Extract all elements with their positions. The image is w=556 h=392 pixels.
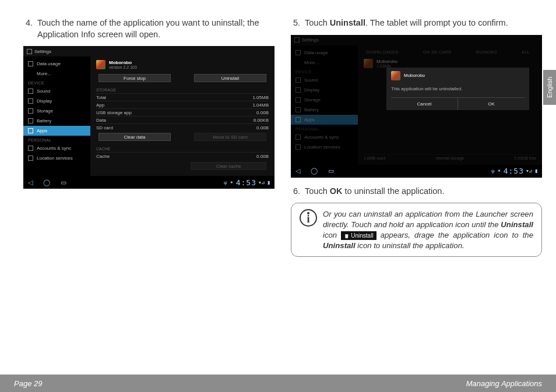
status-clock: 4:53 (504, 167, 524, 175)
app-icon (391, 71, 400, 80)
status-clock: 4:53 (236, 178, 256, 187)
sidebar-item-display[interactable]: Display (23, 96, 90, 106)
display-icon (28, 98, 33, 104)
usb-icon: ψ (224, 180, 227, 185)
clear-data-button[interactable]: Clear data (98, 133, 171, 141)
battery-icon (28, 118, 33, 123)
data-usage-icon (28, 61, 33, 66)
step-text: Touch Uninstall. The tablet will prompt … (305, 17, 542, 29)
battery-status-icon: ▮ (535, 168, 537, 174)
info-text: Or you can uninstall an application from… (323, 209, 533, 250)
recent-icon[interactable]: ▭ (61, 179, 66, 186)
info-icon: i (300, 209, 317, 227)
step-text: Touch OK to uninstall the application. (305, 186, 542, 197)
page-footer: Page 29 Managing Applications (0, 375, 556, 392)
dialog-message: This application will be uninstalled. (391, 84, 525, 97)
settings-icon (27, 49, 32, 54)
sidebar-item-data-usage[interactable]: Data usage (23, 59, 90, 69)
settings-title: Settings (34, 49, 51, 54)
back-icon[interactable]: ◁ (295, 167, 300, 175)
sidebar-item-apps: Apps (291, 115, 358, 125)
sound-icon (28, 89, 33, 94)
sidebar-item-battery: Battery (291, 105, 358, 115)
tab-downloaded: DOWNLOADED (366, 50, 399, 54)
app-icon (364, 59, 373, 68)
sidebar-item-location[interactable]: Location services (23, 153, 90, 163)
storage-sd: SD card0.00B (96, 123, 269, 131)
step-text: Touch the name of the application you wa… (37, 17, 275, 40)
info-box: i Or you can uninstall an application fr… (291, 203, 542, 257)
app-icon (96, 60, 105, 69)
recent-icon[interactable]: ▭ (328, 167, 334, 175)
sidebar-item-accounts: Accounts & sync (291, 132, 358, 142)
sidebar-section-personal: PERSONAL (23, 136, 90, 143)
debug-icon: ✶ (497, 168, 501, 174)
dialog-ok-button[interactable]: OK (458, 98, 525, 110)
home-icon[interactable]: ◯ (311, 167, 318, 175)
sidebar-item-battery[interactable]: Battery (23, 116, 90, 126)
wifi-icon: ▾⊿ (526, 168, 533, 174)
storage-data: Data8.00KB (96, 116, 269, 123)
storage-label: Internal storage (435, 156, 464, 160)
app-detail-pane: Moborobo version 2.2.103 Force stop Unin… (90, 56, 275, 176)
dialog-app-name: Moborobo (404, 73, 425, 78)
app-version: version 2.2.103 (109, 65, 137, 69)
storage-used: 1.0MB used (364, 156, 385, 160)
footer-section: Managing Applications (466, 379, 542, 388)
screenshot-app-info: Settings Data usage More... DEVICE Sound… (23, 46, 275, 189)
tab-sd: ON SD CARD (423, 50, 452, 54)
back-icon[interactable]: ◁ (28, 179, 33, 186)
sidebar-section-device: DEVICE (23, 79, 90, 86)
storage-total: Total1.05MB (96, 93, 269, 101)
footer-page: Page 29 (14, 379, 42, 388)
force-stop-button[interactable]: Force stop (98, 74, 171, 82)
uninstall-button[interactable]: Uninstall (194, 74, 266, 82)
storage-app: App1.04MB (96, 101, 269, 108)
sync-icon (28, 146, 33, 151)
sidebar-item-display: Display (291, 85, 358, 95)
step-4: 4. Touch the name of the application you… (23, 17, 275, 40)
tab-all: ALL (522, 50, 530, 54)
step-num: 6. (291, 186, 305, 197)
sidebar-item-storage: Storage (291, 95, 358, 105)
screenshot-uninstall-dialog: Settings Data usage More... DEVICE Sound… (291, 35, 542, 178)
settings-sidebar: Data usage More... DEVICE Sound Display … (291, 45, 358, 165)
location-icon (28, 156, 33, 161)
sidebar-item-storage[interactable]: Storage (23, 106, 90, 116)
step-num: 5. (291, 17, 305, 29)
apps-icon (28, 128, 33, 133)
storage-cache: Cache0.00B (96, 152, 269, 160)
uninstall-badge: Uninstall (341, 231, 376, 241)
usb-icon: ψ (491, 168, 495, 174)
cache-section-label: CACHE (96, 147, 269, 151)
dialog-cancel-button[interactable]: Cancel (391, 98, 458, 110)
wifi-icon: ▾⊿ (259, 180, 265, 185)
settings-sidebar: Data usage More... DEVICE Sound Display … (23, 56, 90, 176)
language-tab[interactable]: English (543, 70, 556, 105)
storage-section-label: STORAGE (96, 88, 269, 92)
apps-tabs: DOWNLOADED ON SD CARD RUNNING ALL (364, 49, 536, 56)
storage-icon (28, 108, 33, 114)
sidebar-item-location: Location services (291, 142, 358, 152)
uninstall-dialog: Moborobo This application will be uninst… (386, 68, 529, 110)
app-name: Moborobo (109, 60, 137, 65)
storage-free: 5.93GB free (514, 156, 536, 160)
sidebar-item-sound[interactable]: Sound (23, 86, 90, 96)
system-nav-bar: ◁ ◯ ▭ ψ ✶ 4:53 ▾⊿ ▮ (291, 165, 542, 178)
sidebar-item-sound: Sound (291, 75, 358, 85)
home-icon[interactable]: ◯ (43, 179, 50, 186)
system-nav-bar: ◁ ◯ ▭ ψ ✶ 4:53 ▾⊿ ▮ (23, 176, 275, 189)
settings-icon (294, 37, 300, 43)
sidebar-item-data-usage: Data usage (291, 48, 358, 58)
settings-header: Settings (291, 35, 542, 45)
step-num: 4. (23, 17, 37, 40)
tab-running: RUNNING (476, 50, 497, 54)
sidebar-item-more[interactable]: More... (23, 69, 90, 79)
settings-header: Settings (23, 46, 275, 56)
sidebar-item-apps[interactable]: Apps (23, 126, 90, 136)
move-sd-button: Move to SD card (194, 133, 266, 141)
debug-icon: ✶ (230, 180, 234, 185)
trash-icon (344, 232, 349, 238)
sidebar-item-more: More... (291, 58, 358, 68)
sidebar-item-accounts[interactable]: Accounts & sync (23, 143, 90, 153)
